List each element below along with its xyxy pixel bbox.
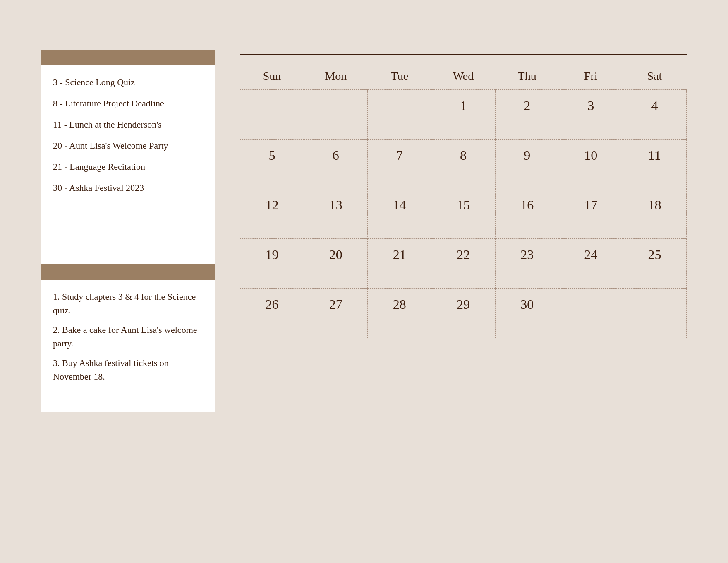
calendar-cell: 8: [431, 140, 495, 189]
calendar-cell: 3: [559, 90, 623, 140]
day-number: 6: [309, 148, 362, 163]
day-header-mon: Mon: [304, 63, 368, 90]
important-dates-content: 3 - Science Long Quiz8 - Literature Proj…: [41, 65, 215, 264]
calendar-week-1: 567891011: [240, 140, 687, 189]
notes-content: 1. Study chapters 3 & 4 for the Science …: [41, 280, 215, 412]
day-number: 17: [564, 197, 618, 213]
calendar-area: SunMonTueWedThuFriSat 123456789101112131…: [232, 50, 687, 338]
day-number: 18: [628, 197, 681, 213]
day-number: 11: [628, 148, 681, 163]
calendar-cell: 23: [495, 239, 559, 289]
day-number: 9: [500, 148, 554, 163]
date-item: 20 - Aunt Lisa's Welcome Party: [53, 139, 204, 152]
calendar-cell: 26: [240, 289, 304, 338]
day-number: 15: [436, 197, 490, 213]
day-header-sun: Sun: [240, 63, 304, 90]
date-item: 8 - Literature Project Deadline: [53, 96, 204, 110]
calendar-body: 1234567891011121314151617181920212223242…: [240, 90, 687, 338]
calendar-cell: 9: [495, 140, 559, 189]
calendar-cell: 14: [368, 189, 431, 239]
sidebar: 3 - Science Long Quiz8 - Literature Proj…: [41, 50, 215, 412]
calendar-cell: 1: [431, 90, 495, 140]
day-number: 28: [373, 297, 426, 312]
calendar-divider: [240, 54, 687, 55]
day-number: 12: [245, 197, 299, 213]
day-number: 10: [564, 148, 618, 163]
calendar-cell: 7: [368, 140, 431, 189]
calendar-cell: 2: [495, 90, 559, 140]
notes-header: [41, 264, 215, 280]
important-dates-header: [41, 50, 215, 65]
calendar-cell: 12: [240, 189, 304, 239]
day-number: 7: [373, 148, 426, 163]
day-number: 1: [436, 98, 490, 113]
calendar-cell: 25: [623, 239, 686, 289]
day-number: 5: [245, 148, 299, 163]
note-item: 2. Bake a cake for Aunt Lisa's welcome p…: [53, 323, 204, 350]
calendar-cell: [304, 90, 368, 140]
calendar-cell: 13: [304, 189, 368, 239]
day-number: 20: [309, 247, 362, 262]
note-item: 1. Study chapters 3 & 4 for the Science …: [53, 290, 204, 317]
day-header-fri: Fri: [559, 63, 623, 90]
calendar-cell: 28: [368, 289, 431, 338]
calendar-cell: 19: [240, 239, 304, 289]
days-header-row: SunMonTueWedThuFriSat: [240, 63, 687, 90]
calendar-cell: 22: [431, 239, 495, 289]
note-item: 3. Buy Ashka festival tickets on Novembe…: [53, 356, 204, 383]
calendar-cell: 16: [495, 189, 559, 239]
date-item: 21 - Language Recitation: [53, 160, 204, 173]
calendar-cell: 18: [623, 189, 686, 239]
day-number: 25: [628, 247, 681, 262]
day-header-thu: Thu: [495, 63, 559, 90]
calendar-week-0: 1234: [240, 90, 687, 140]
day-number: 27: [309, 297, 362, 312]
calendar-cell: 11: [623, 140, 686, 189]
day-number: 21: [373, 247, 426, 262]
calendar-cell: 21: [368, 239, 431, 289]
calendar-cell: [240, 90, 304, 140]
day-header-sat: Sat: [623, 63, 686, 90]
day-number: 3: [564, 98, 618, 113]
calendar-cell: 27: [304, 289, 368, 338]
calendar-cell: [559, 289, 623, 338]
day-number: 4: [628, 98, 681, 113]
calendar-cell: 5: [240, 140, 304, 189]
day-number: 23: [500, 247, 554, 262]
calendar-cell: 15: [431, 189, 495, 239]
calendar-grid: SunMonTueWedThuFriSat 123456789101112131…: [240, 63, 687, 338]
calendar-week-2: 12131415161718: [240, 189, 687, 239]
date-item: 30 - Ashka Festival 2023: [53, 181, 204, 195]
calendar-cell: 10: [559, 140, 623, 189]
calendar-cell: 4: [623, 90, 686, 140]
day-number: 24: [564, 247, 618, 262]
day-number: 14: [373, 197, 426, 213]
calendar-week-3: 19202122232425: [240, 239, 687, 289]
calendar-cell: [623, 289, 686, 338]
day-header-wed: Wed: [431, 63, 495, 90]
day-number: 26: [245, 297, 299, 312]
calendar-cell: 30: [495, 289, 559, 338]
calendar-cell: 17: [559, 189, 623, 239]
day-number: 22: [436, 247, 490, 262]
day-number: 30: [500, 297, 554, 312]
page-container: 3 - Science Long Quiz8 - Literature Proj…: [33, 33, 695, 530]
calendar-cell: [368, 90, 431, 140]
day-number: 2: [500, 98, 554, 113]
day-number: 19: [245, 247, 299, 262]
calendar-cell: 6: [304, 140, 368, 189]
day-number: 29: [436, 297, 490, 312]
day-header-tue: Tue: [368, 63, 431, 90]
calendar-cell: 24: [559, 239, 623, 289]
date-item: 3 - Science Long Quiz: [53, 75, 204, 89]
day-number: 8: [436, 148, 490, 163]
calendar-cell: 20: [304, 239, 368, 289]
calendar-week-4: 2627282930: [240, 289, 687, 338]
calendar-cell: 29: [431, 289, 495, 338]
date-item: 11 - Lunch at the Henderson's: [53, 118, 204, 131]
day-number: 16: [500, 197, 554, 213]
day-number: 13: [309, 197, 362, 213]
